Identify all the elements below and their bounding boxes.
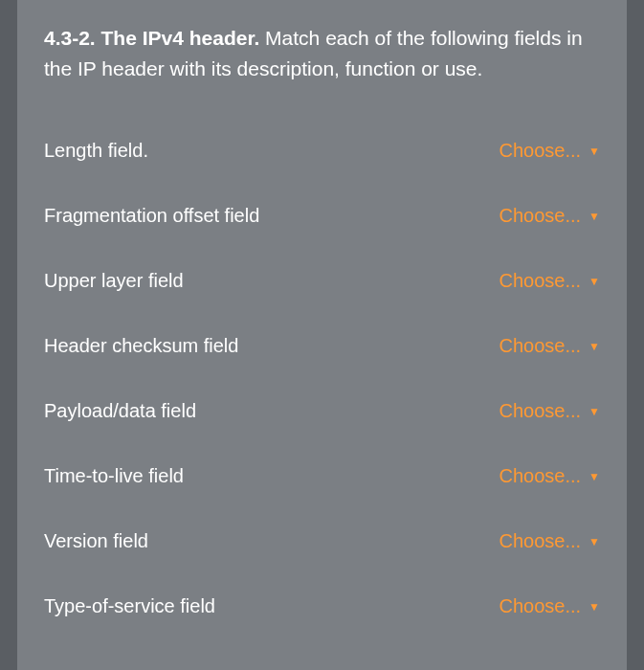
field-label: Type-of-service field <box>44 595 215 617</box>
match-row: Fragmentation offset field Choose... ▼ <box>44 183 600 248</box>
question-heading: 4.3-2. The IPv4 header. Match each of th… <box>44 23 600 83</box>
match-row: Length field. Choose... ▼ <box>44 118 600 183</box>
choose-dropdown[interactable]: Choose... ▼ <box>500 595 601 617</box>
field-label: Length field. <box>44 140 148 162</box>
chevron-down-icon: ▼ <box>588 210 600 223</box>
chevron-down-icon: ▼ <box>588 535 600 548</box>
choose-dropdown[interactable]: Choose... ▼ <box>500 270 601 292</box>
choose-label: Choose... <box>500 270 582 292</box>
field-label: Time-to-live field <box>44 465 184 487</box>
field-label: Version field <box>44 530 148 552</box>
field-label: Upper layer field <box>44 270 184 292</box>
choose-dropdown[interactable]: Choose... ▼ <box>500 400 601 422</box>
chevron-down-icon: ▼ <box>588 405 600 418</box>
field-label: Fragmentation offset field <box>44 205 259 227</box>
chevron-down-icon: ▼ <box>588 340 600 353</box>
app-frame: 4.3-2. The IPv4 header. Match each of th… <box>0 0 644 670</box>
chevron-down-icon: ▼ <box>588 600 600 614</box>
choose-dropdown[interactable]: Choose... ▼ <box>500 530 601 552</box>
choose-dropdown[interactable]: Choose... ▼ <box>500 465 601 487</box>
chevron-down-icon: ▼ <box>588 470 600 483</box>
field-label: Header checksum field <box>44 335 238 357</box>
choose-label: Choose... <box>500 335 582 357</box>
choose-label: Choose... <box>500 205 582 227</box>
choose-label: Choose... <box>500 530 582 552</box>
match-row: Version field Choose... ▼ <box>44 508 600 573</box>
choose-dropdown[interactable]: Choose... ▼ <box>500 335 601 357</box>
choose-dropdown[interactable]: Choose... ▼ <box>500 140 601 162</box>
choose-label: Choose... <box>500 140 582 162</box>
match-row: Upper layer field Choose... ▼ <box>44 248 600 313</box>
chevron-down-icon: ▼ <box>588 145 600 158</box>
choose-label: Choose... <box>500 465 582 487</box>
chevron-down-icon: ▼ <box>588 275 600 288</box>
choose-dropdown[interactable]: Choose... ▼ <box>500 205 601 227</box>
field-label: Payload/data field <box>44 400 196 422</box>
match-row: Time-to-live field Choose... ▼ <box>44 443 600 508</box>
match-row: Payload/data field Choose... ▼ <box>44 378 600 443</box>
question-panel: 4.3-2. The IPv4 header. Match each of th… <box>17 0 627 670</box>
choose-label: Choose... <box>500 595 582 617</box>
question-number-title: 4.3-2. The IPv4 header. <box>44 27 259 49</box>
match-row: Type-of-service field Choose... ▼ <box>44 573 600 638</box>
choose-label: Choose... <box>500 400 582 422</box>
match-row: Header checksum field Choose... ▼ <box>44 313 600 378</box>
